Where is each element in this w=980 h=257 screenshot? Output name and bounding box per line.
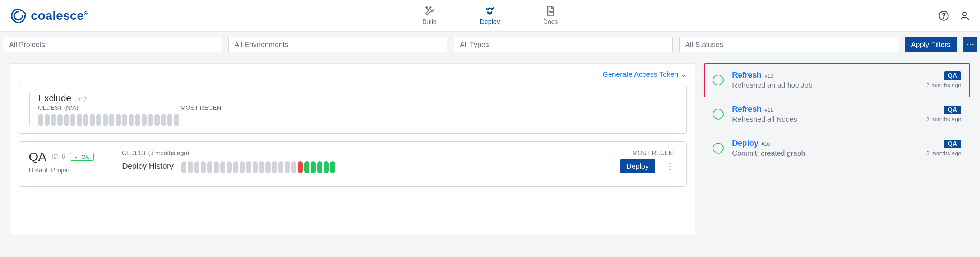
run-time: 3 months ago	[926, 82, 961, 89]
qa-id: ID: 6	[51, 153, 65, 160]
exclude-labels: OLDEST (N/A) MOST RECENT	[38, 105, 225, 112]
nav-deploy-label: Deploy	[480, 18, 500, 26]
left-panel: Generate Access Token ⌄ Exclude id: 2 OL…	[10, 63, 695, 235]
exclude-block: Exclude id: 2 OLDEST (N/A) MOST RECENT	[19, 85, 687, 133]
user-icon[interactable]	[959, 10, 970, 21]
nav-build[interactable]: Build	[422, 5, 436, 26]
run-description: Refreshed all Nodes	[732, 115, 918, 124]
run-description: Refreshed an ad hoc Job	[732, 81, 918, 89]
run-title[interactable]: Refresh	[732, 70, 762, 79]
generate-token-link[interactable]: Generate Access Token ⌄	[19, 70, 687, 79]
main: Generate Access Token ⌄ Exclude id: 2 OL…	[0, 57, 980, 250]
status-circle-icon	[713, 75, 724, 86]
filter-types[interactable]: All Types	[454, 36, 673, 52]
apply-filters-button[interactable]: Apply Filters	[905, 36, 957, 52]
filter-projects[interactable]: All Projects	[3, 36, 222, 52]
topbar: coalesce® Build Deploy Docs	[0, 0, 980, 32]
qa-block: QA ID: 6 OK Default Project OLDEST (3 mo…	[19, 141, 687, 187]
svg-point-4	[963, 12, 966, 16]
top-nav: Build Deploy Docs	[422, 5, 558, 26]
topbar-right	[938, 10, 970, 21]
svg-point-0	[550, 11, 551, 12]
brand-logo-icon	[10, 8, 27, 24]
filter-more-button[interactable]: ⋯	[964, 36, 977, 52]
status-circle-icon	[713, 109, 724, 119]
run-title[interactable]: Deploy	[732, 138, 758, 148]
run-card[interactable]: Refresh #12 Refreshed an ad hoc Job QA 3…	[704, 63, 970, 97]
run-env-badge: QA	[944, 71, 962, 80]
nav-docs-label: Docs	[543, 18, 558, 26]
run-time: 3 months ago	[926, 151, 961, 157]
run-env-badge: QA	[944, 140, 962, 148]
run-description: Commit: created graph	[732, 149, 918, 157]
deploy-button[interactable]: Deploy	[620, 159, 655, 173]
qa-title: QA	[29, 150, 46, 164]
status-circle-icon	[713, 143, 724, 154]
exclude-title: Exclude id: 2	[38, 93, 677, 104]
run-card[interactable]: Refresh #11 Refreshed all Nodes QA 3 mon…	[704, 97, 970, 132]
svg-point-1	[551, 11, 552, 12]
nav-docs[interactable]: Docs	[543, 5, 558, 26]
run-time: 3 months ago	[926, 116, 961, 123]
help-icon[interactable]	[938, 10, 949, 21]
run-env-badge: QA	[944, 106, 962, 114]
brand: coalesce®	[10, 8, 88, 24]
filter-statuses[interactable]: All Statuses	[679, 36, 899, 52]
runs-panel: Refresh #12 Refreshed an ad hoc Job QA 3…	[704, 63, 970, 165]
run-card[interactable]: Deploy #10 Commit: created graph QA 3 mo…	[704, 132, 970, 165]
qa-more-icon[interactable]: ⋮	[663, 161, 677, 172]
qa-ok-badge: OK	[70, 152, 94, 161]
brand-name: coalesce®	[31, 9, 88, 22]
svg-point-3	[943, 17, 945, 19]
chevron-down-icon: ⌄	[680, 70, 687, 79]
qa-history-labels: OLDEST (3 months ago) MOST RECENT	[122, 150, 677, 157]
run-number: #12	[764, 73, 773, 79]
qa-subtitle: Default Project	[29, 167, 108, 174]
filter-row: All Projects All Environments All Types …	[0, 32, 980, 57]
run-title[interactable]: Refresh	[732, 105, 762, 113]
nav-deploy[interactable]: Deploy	[480, 5, 500, 26]
filter-environments[interactable]: All Environments	[229, 36, 448, 52]
qa-history-pills	[181, 161, 612, 173]
qa-history-label: Deploy History	[122, 162, 173, 171]
run-number: #11	[764, 107, 773, 113]
run-number: #10	[762, 141, 770, 147]
nav-build-label: Build	[422, 18, 436, 26]
exclude-history-pills	[38, 114, 677, 126]
